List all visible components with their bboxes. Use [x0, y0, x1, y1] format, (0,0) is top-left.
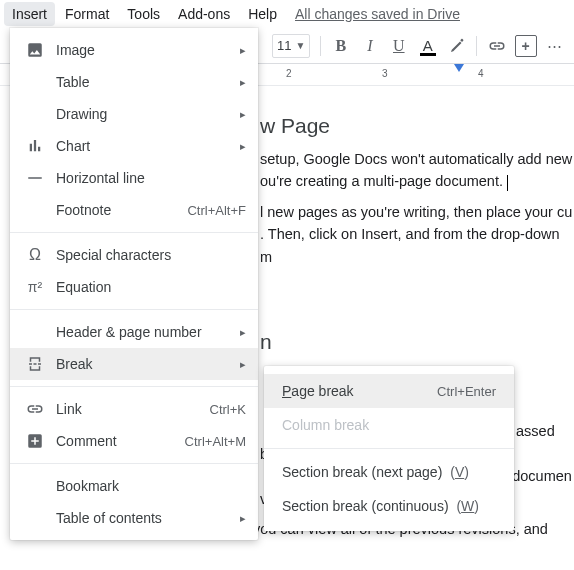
submenu-item-section-break-continuous[interactable]: Section break (continuous) (W)	[264, 489, 514, 523]
chevron-down-icon: ▼	[295, 40, 305, 51]
ruler-number: 3	[382, 68, 388, 79]
insert-link-toolbar[interactable]	[483, 32, 510, 60]
save-status[interactable]: All changes saved in Drive	[295, 6, 460, 22]
text-color-letter: A	[423, 39, 433, 53]
menu-item-break[interactable]: Break ▸	[10, 348, 258, 380]
break-submenu: Page break Ctrl+Enter Column break Secti…	[264, 366, 514, 531]
menu-item-horizontal-line[interactable]: Horizontal line	[10, 162, 258, 194]
menubar: Insert Format Tools Add-ons Help All cha…	[0, 0, 574, 28]
menu-item-drawing[interactable]: Drawing ▸	[10, 98, 258, 130]
submenu-arrow-icon: ▸	[240, 358, 246, 371]
submenu-arrow-icon: ▸	[240, 140, 246, 153]
indent-marker[interactable]	[454, 64, 464, 72]
submenu-arrow-icon: ▸	[240, 44, 246, 57]
menu-item-link[interactable]: Link Ctrl+K	[10, 393, 258, 425]
menu-addons[interactable]: Add-ons	[170, 2, 238, 26]
ruler-number: 4	[478, 68, 484, 79]
link-icon	[24, 400, 46, 418]
menu-insert[interactable]: Insert	[4, 2, 55, 26]
image-icon	[24, 41, 46, 59]
highlight-button[interactable]	[443, 32, 470, 60]
menu-item-bookmark[interactable]: Bookmark	[10, 470, 258, 502]
submenu-item-column-break: Column break	[264, 408, 514, 442]
menu-item-table-of-contents[interactable]: Table of contents ▸	[10, 502, 258, 534]
omega-icon: Ω	[24, 246, 46, 264]
menu-divider	[10, 309, 258, 310]
text-cursor	[507, 175, 508, 191]
link-icon	[488, 37, 506, 55]
menu-item-chart[interactable]: Chart ▸	[10, 130, 258, 162]
separator	[320, 36, 321, 56]
menu-item-special-characters[interactable]: Ω Special characters	[10, 239, 258, 271]
menu-item-table[interactable]: Table ▸	[10, 66, 258, 98]
plus-box-icon: +	[515, 35, 537, 57]
insert-dropdown: Image ▸ Table ▸ Drawing ▸ Chart ▸ Horizo…	[10, 28, 258, 540]
menu-item-equation[interactable]: π² Equation	[10, 271, 258, 303]
menu-item-header-page-number[interactable]: Header & page number ▸	[10, 316, 258, 348]
text-color-button[interactable]: A	[414, 32, 441, 60]
highlighter-icon	[448, 37, 466, 55]
menu-item-footnote[interactable]: Footnote Ctrl+Alt+F	[10, 194, 258, 226]
menu-tools[interactable]: Tools	[119, 2, 168, 26]
menu-divider	[10, 386, 258, 387]
pi-icon: π²	[24, 279, 46, 295]
underline-button[interactable]: U	[385, 32, 412, 60]
separator	[476, 36, 477, 56]
menu-divider	[10, 463, 258, 464]
italic-button[interactable]: I	[356, 32, 383, 60]
submenu-item-page-break[interactable]: Page break Ctrl+Enter	[264, 374, 514, 408]
paragraph: setup, Google Docs won't automatically a…	[260, 148, 574, 193]
menu-divider	[10, 232, 258, 233]
submenu-arrow-icon: ▸	[240, 108, 246, 121]
add-comment-toolbar[interactable]: +	[512, 32, 539, 60]
menu-divider	[264, 448, 514, 449]
submenu-item-section-break-next-page[interactable]: Section break (next page) (V)	[264, 455, 514, 489]
paragraph: l new pages as you're writing, then plac…	[260, 201, 574, 268]
menu-help[interactable]: Help	[240, 2, 285, 26]
chart-icon	[24, 137, 46, 155]
text-color-bar	[420, 53, 436, 56]
menu-item-comment[interactable]: Comment Ctrl+Alt+M	[10, 425, 258, 457]
submenu-arrow-icon: ▸	[240, 512, 246, 525]
heading: n	[260, 330, 574, 354]
menu-item-image[interactable]: Image ▸	[10, 34, 258, 66]
bold-button[interactable]: B	[327, 32, 354, 60]
font-size-value: 11	[277, 38, 291, 53]
submenu-arrow-icon: ▸	[240, 76, 246, 89]
more-button[interactable]: ⋯	[541, 32, 568, 60]
page-break-icon	[24, 355, 46, 373]
horizontal-line-icon	[24, 169, 46, 187]
comment-plus-icon	[24, 432, 46, 450]
svg-rect-0	[28, 177, 42, 179]
menu-format[interactable]: Format	[57, 2, 117, 26]
submenu-arrow-icon: ▸	[240, 326, 246, 339]
ruler-number: 2	[286, 68, 292, 79]
font-size-select[interactable]: 11 ▼	[272, 34, 310, 58]
heading: w Page	[260, 114, 574, 138]
